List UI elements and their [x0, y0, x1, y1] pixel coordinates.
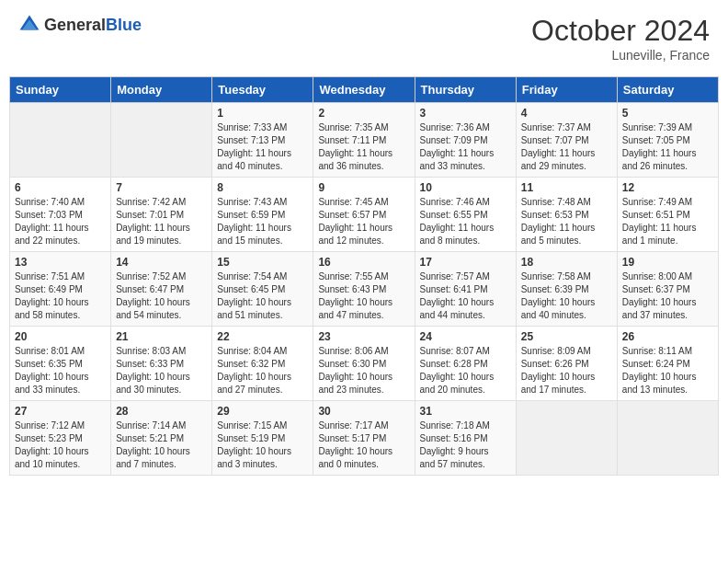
day-number: 5 [622, 107, 713, 120]
calendar-cell: 12Sunrise: 7:49 AM Sunset: 6:51 PM Dayli… [617, 178, 718, 252]
calendar-week-row: 1Sunrise: 7:33 AM Sunset: 7:13 PM Daylig… [10, 103, 719, 178]
day-info: Sunrise: 7:12 AM Sunset: 5:23 PM Dayligh… [15, 419, 106, 471]
day-number: 13 [15, 256, 106, 269]
calendar-cell: 25Sunrise: 8:09 AM Sunset: 6:26 PM Dayli… [516, 327, 617, 401]
day-info: Sunrise: 7:54 AM Sunset: 6:45 PM Dayligh… [217, 270, 308, 322]
day-info: Sunrise: 7:45 AM Sunset: 6:57 PM Dayligh… [318, 196, 409, 247]
day-number: 22 [217, 330, 308, 343]
day-info: Sunrise: 7:48 AM Sunset: 6:53 PM Dayligh… [521, 196, 612, 247]
day-number: 11 [521, 181, 612, 194]
day-number: 15 [217, 256, 308, 269]
calendar-cell: 23Sunrise: 8:06 AM Sunset: 6:30 PM Dayli… [313, 327, 415, 401]
header-tuesday: Tuesday [212, 77, 313, 103]
calendar-cell: 19Sunrise: 8:00 AM Sunset: 6:37 PM Dayli… [617, 252, 718, 327]
calendar-cell: 28Sunrise: 7:14 AM Sunset: 5:21 PM Dayli… [111, 401, 212, 476]
day-info: Sunrise: 7:49 AM Sunset: 6:51 PM Dayligh… [622, 196, 713, 247]
calendar-cell: 21Sunrise: 8:03 AM Sunset: 6:33 PM Dayli… [111, 327, 212, 401]
calendar-cell: 4Sunrise: 7:37 AM Sunset: 7:07 PM Daylig… [516, 103, 617, 178]
day-number: 6 [15, 181, 106, 194]
day-info: Sunrise: 7:42 AM Sunset: 7:01 PM Dayligh… [116, 196, 207, 247]
day-number: 9 [318, 181, 409, 194]
calendar-cell: 1Sunrise: 7:33 AM Sunset: 7:13 PM Daylig… [212, 103, 313, 178]
day-info: Sunrise: 8:04 AM Sunset: 6:32 PM Dayligh… [217, 345, 308, 396]
calendar-cell: 3Sunrise: 7:36 AM Sunset: 7:09 PM Daylig… [415, 103, 516, 178]
day-number: 4 [521, 107, 612, 120]
day-info: Sunrise: 7:40 AM Sunset: 7:03 PM Dayligh… [15, 196, 106, 247]
logo-text-general: General [44, 16, 106, 34]
day-info: Sunrise: 7:18 AM Sunset: 5:16 PM Dayligh… [420, 419, 511, 471]
day-info: Sunrise: 8:00 AM Sunset: 6:37 PM Dayligh… [622, 270, 713, 322]
header-sunday: Sunday [10, 77, 111, 103]
calendar-cell: 9Sunrise: 7:45 AM Sunset: 6:57 PM Daylig… [313, 178, 415, 252]
calendar-cell: 16Sunrise: 7:55 AM Sunset: 6:43 PM Dayli… [313, 252, 415, 327]
calendar-cell: 18Sunrise: 7:58 AM Sunset: 6:39 PM Dayli… [516, 252, 617, 327]
header-wednesday: Wednesday [313, 77, 415, 103]
day-info: Sunrise: 7:17 AM Sunset: 5:17 PM Dayligh… [318, 419, 409, 471]
calendar-cell: 29Sunrise: 7:15 AM Sunset: 5:19 PM Dayli… [212, 401, 313, 476]
day-info: Sunrise: 7:15 AM Sunset: 5:19 PM Dayligh… [217, 419, 308, 471]
day-number: 1 [217, 107, 308, 120]
title-block: October 2024 Luneville, France [531, 14, 710, 63]
day-number: 28 [116, 405, 207, 418]
page-header: GeneralBlue October 2024 Luneville, Fran… [9, 9, 719, 67]
day-info: Sunrise: 7:33 AM Sunset: 7:13 PM Dayligh… [217, 121, 308, 173]
day-info: Sunrise: 7:35 AM Sunset: 7:11 PM Dayligh… [318, 121, 409, 173]
day-number: 27 [15, 405, 106, 418]
location-subtitle: Luneville, France [531, 48, 710, 63]
calendar-cell: 11Sunrise: 7:48 AM Sunset: 6:53 PM Dayli… [516, 178, 617, 252]
day-number: 24 [420, 330, 511, 343]
calendar-cell: 5Sunrise: 7:39 AM Sunset: 7:05 PM Daylig… [617, 103, 718, 178]
day-info: Sunrise: 8:06 AM Sunset: 6:30 PM Dayligh… [318, 345, 409, 396]
calendar-cell [10, 103, 111, 178]
day-info: Sunrise: 8:11 AM Sunset: 6:24 PM Dayligh… [622, 345, 713, 396]
day-number: 14 [116, 256, 207, 269]
day-number: 29 [217, 405, 308, 418]
day-info: Sunrise: 7:46 AM Sunset: 6:55 PM Dayligh… [420, 196, 511, 247]
day-info: Sunrise: 8:01 AM Sunset: 6:35 PM Dayligh… [15, 345, 106, 396]
calendar-cell: 14Sunrise: 7:52 AM Sunset: 6:47 PM Dayli… [111, 252, 212, 327]
day-number: 16 [318, 256, 409, 269]
day-info: Sunrise: 8:09 AM Sunset: 6:26 PM Dayligh… [521, 345, 612, 396]
day-info: Sunrise: 7:55 AM Sunset: 6:43 PM Dayligh… [318, 270, 409, 322]
day-info: Sunrise: 7:43 AM Sunset: 6:59 PM Dayligh… [217, 196, 308, 247]
day-info: Sunrise: 7:14 AM Sunset: 5:21 PM Dayligh… [116, 419, 207, 471]
day-number: 23 [318, 330, 409, 343]
day-info: Sunrise: 7:36 AM Sunset: 7:09 PM Dayligh… [420, 121, 511, 173]
calendar-cell: 6Sunrise: 7:40 AM Sunset: 7:03 PM Daylig… [10, 178, 111, 252]
day-info: Sunrise: 8:03 AM Sunset: 6:33 PM Dayligh… [116, 345, 207, 396]
day-number: 19 [622, 256, 713, 269]
calendar-week-row: 20Sunrise: 8:01 AM Sunset: 6:35 PM Dayli… [10, 327, 719, 401]
calendar-cell [617, 401, 718, 476]
day-info: Sunrise: 7:58 AM Sunset: 6:39 PM Dayligh… [521, 270, 612, 322]
day-number: 2 [318, 107, 409, 120]
calendar-cell: 17Sunrise: 7:57 AM Sunset: 6:41 PM Dayli… [415, 252, 516, 327]
calendar-cell: 30Sunrise: 7:17 AM Sunset: 5:17 PM Dayli… [313, 401, 415, 476]
calendar-cell: 24Sunrise: 8:07 AM Sunset: 6:28 PM Dayli… [415, 327, 516, 401]
day-info: Sunrise: 7:57 AM Sunset: 6:41 PM Dayligh… [420, 270, 511, 322]
calendar-cell [111, 103, 212, 178]
calendar-cell: 7Sunrise: 7:42 AM Sunset: 7:01 PM Daylig… [111, 178, 212, 252]
header-saturday: Saturday [617, 77, 718, 103]
calendar-week-row: 27Sunrise: 7:12 AM Sunset: 5:23 PM Dayli… [10, 401, 719, 476]
logo-icon [18, 14, 40, 36]
calendar-cell: 10Sunrise: 7:46 AM Sunset: 6:55 PM Dayli… [415, 178, 516, 252]
calendar-header-row: SundayMondayTuesdayWednesdayThursdayFrid… [10, 77, 719, 103]
header-thursday: Thursday [415, 77, 516, 103]
logo: GeneralBlue [18, 14, 142, 36]
calendar-week-row: 13Sunrise: 7:51 AM Sunset: 6:49 PM Dayli… [10, 252, 719, 327]
day-number: 31 [420, 405, 511, 418]
day-number: 10 [420, 181, 511, 194]
day-number: 3 [420, 107, 511, 120]
day-number: 21 [116, 330, 207, 343]
day-info: Sunrise: 7:51 AM Sunset: 6:49 PM Dayligh… [15, 270, 106, 322]
header-monday: Monday [111, 77, 212, 103]
day-number: 7 [116, 181, 207, 194]
day-info: Sunrise: 8:07 AM Sunset: 6:28 PM Dayligh… [420, 345, 511, 396]
header-friday: Friday [516, 77, 617, 103]
day-number: 17 [420, 256, 511, 269]
day-info: Sunrise: 7:39 AM Sunset: 7:05 PM Dayligh… [622, 121, 713, 173]
calendar-cell: 22Sunrise: 8:04 AM Sunset: 6:32 PM Dayli… [212, 327, 313, 401]
calendar-cell: 31Sunrise: 7:18 AM Sunset: 5:16 PM Dayli… [415, 401, 516, 476]
calendar-cell: 13Sunrise: 7:51 AM Sunset: 6:49 PM Dayli… [10, 252, 111, 327]
calendar-cell: 20Sunrise: 8:01 AM Sunset: 6:35 PM Dayli… [10, 327, 111, 401]
